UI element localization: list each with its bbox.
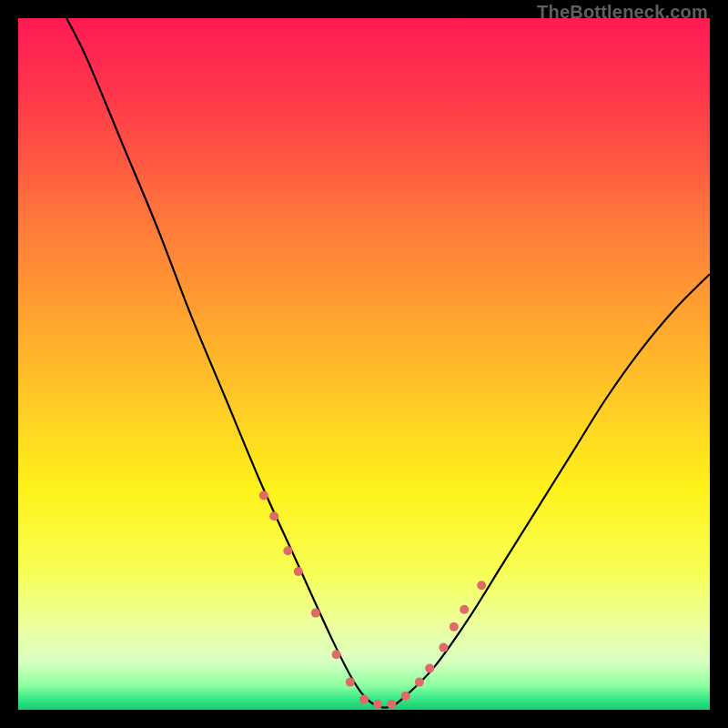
highlight-point — [477, 581, 486, 590]
highlight-point — [425, 663, 434, 672]
highlight-point — [401, 692, 410, 701]
highlight-point — [387, 700, 396, 709]
highlight-point — [460, 605, 469, 614]
bottleneck-curve — [66, 18, 710, 708]
highlight-point — [294, 567, 303, 576]
watermark-text: TheBottleneck.com — [537, 2, 708, 23]
highlight-point — [259, 490, 268, 500]
curve-layer — [18, 18, 710, 710]
highlight-point — [450, 622, 459, 632]
highlight-point — [283, 546, 292, 555]
highlight-point — [332, 650, 341, 659]
highlight-point — [269, 511, 278, 521]
highlight-point — [311, 609, 320, 618]
plot-area — [18, 18, 710, 710]
highlight-point — [439, 643, 448, 652]
highlight-point — [373, 700, 382, 709]
highlight-point — [359, 695, 369, 704]
highlight-point — [415, 678, 424, 687]
chart-frame: TheBottleneck.com — [0, 0, 728, 728]
highlight-markers — [259, 490, 486, 709]
highlight-point — [346, 678, 355, 687]
